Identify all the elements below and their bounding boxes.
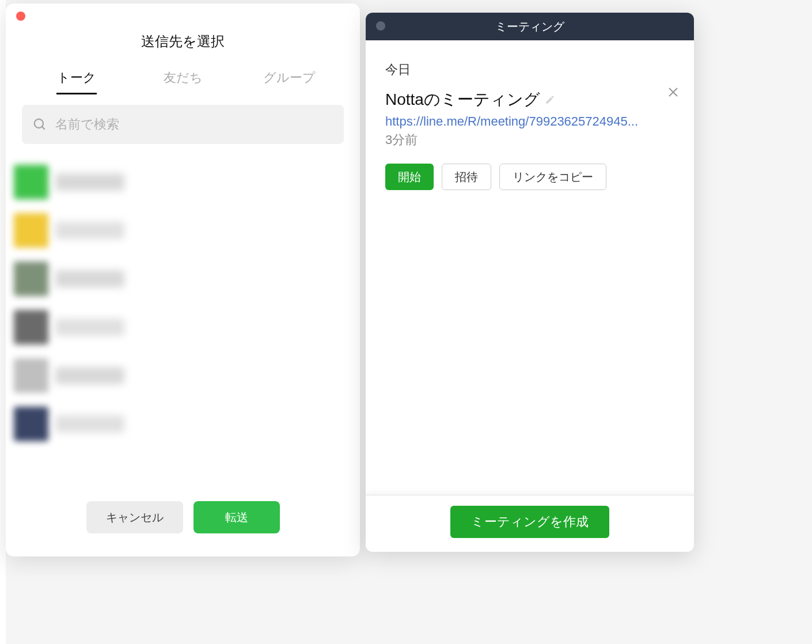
search-field[interactable]	[22, 105, 344, 144]
avatar	[14, 165, 48, 199]
dialog-footer: キャンセル 転送	[6, 488, 360, 556]
background-window-edge	[0, 0, 6, 644]
meeting-window-title: ミーティング	[366, 19, 694, 35]
avatar	[14, 262, 48, 296]
dialog-topbar	[6, 3, 360, 25]
search-input[interactable]	[55, 117, 333, 132]
tab-talk[interactable]: トーク	[23, 69, 130, 94]
window-control-dot[interactable]	[376, 21, 385, 31]
meeting-action-row: 開始 招待 リンクをコピー	[385, 164, 674, 190]
send-button[interactable]: 転送	[193, 501, 280, 533]
close-window-button[interactable]	[16, 12, 25, 21]
list-item[interactable]	[6, 400, 360, 448]
list-item[interactable]	[6, 206, 360, 255]
tab-group[interactable]: グループ	[236, 69, 343, 94]
select-recipient-dialog: 送信先を選択 トーク 友だち グループ	[6, 3, 360, 556]
contact-name-blurred	[55, 415, 124, 433]
copy-link-button[interactable]: リンクをコピー	[499, 164, 606, 190]
contact-name-blurred	[55, 222, 124, 239]
meeting-timestamp: 3分前	[385, 131, 674, 149]
contact-name-blurred	[55, 270, 124, 287]
invite-button[interactable]: 招待	[442, 164, 491, 190]
meeting-title: Nottaのミーティング	[385, 89, 540, 111]
meeting-window-header: ミーティング	[366, 13, 694, 40]
list-item[interactable]	[6, 303, 360, 351]
avatar	[14, 407, 48, 441]
avatar	[14, 358, 48, 393]
meeting-title-row: Nottaのミーティング	[385, 89, 674, 111]
contact-name-blurred	[55, 367, 124, 384]
list-item[interactable]	[6, 255, 360, 303]
svg-line-1	[42, 127, 45, 130]
search-wrapper	[6, 94, 360, 153]
avatar	[14, 213, 48, 248]
recipient-tabs: トーク 友だち グループ	[6, 54, 360, 94]
start-meeting-button[interactable]: 開始	[385, 164, 434, 190]
list-item[interactable]	[6, 351, 360, 400]
meeting-window: ミーティング 今日 Nottaのミーティング https://line.me/R…	[366, 13, 694, 552]
avatar	[14, 310, 48, 344]
edit-icon[interactable]	[545, 94, 555, 105]
create-meeting-button[interactable]: ミーティングを作成	[450, 506, 609, 538]
search-icon	[32, 117, 47, 132]
meeting-body: 今日 Nottaのミーティング https://line.me/R/meetin…	[366, 40, 694, 495]
date-label: 今日	[385, 61, 674, 78]
list-item[interactable]	[6, 158, 360, 206]
close-icon[interactable]	[666, 85, 680, 99]
svg-point-0	[35, 119, 43, 128]
meeting-footer: ミーティングを作成	[366, 495, 694, 552]
contact-name-blurred	[55, 319, 124, 336]
tab-friends[interactable]: 友だち	[130, 69, 236, 94]
contact-list[interactable]	[6, 153, 360, 488]
cancel-button[interactable]: キャンセル	[86, 501, 183, 533]
meeting-link[interactable]: https://line.me/R/meeting/79923625724945…	[385, 114, 674, 129]
contact-name-blurred	[55, 173, 124, 191]
dialog-title: 送信先を選択	[6, 32, 360, 51]
